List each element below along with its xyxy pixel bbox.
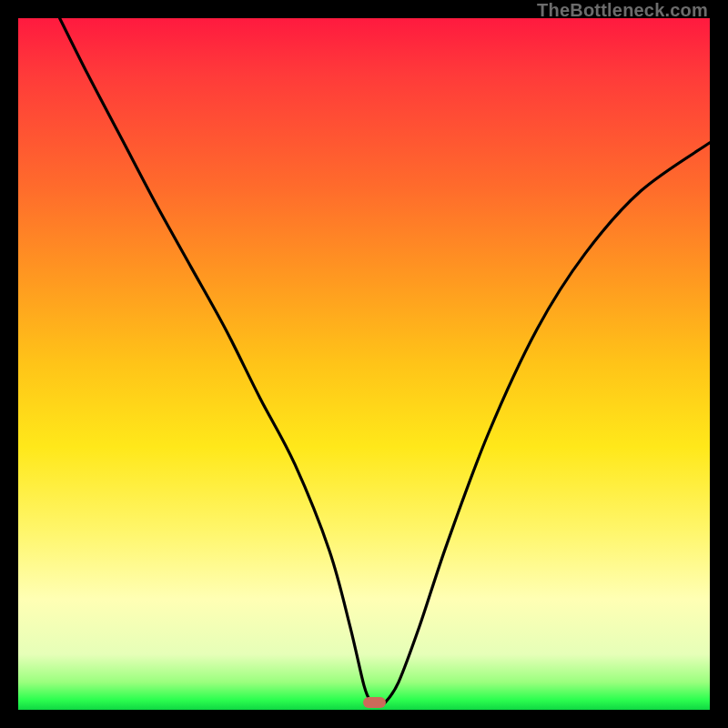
watermark-text: TheBottleneck.com [537, 0, 708, 21]
bottleneck-curve [18, 18, 710, 710]
plot-area [18, 18, 710, 710]
chart-frame: TheBottleneck.com [0, 0, 728, 728]
minimum-marker [363, 697, 385, 708]
